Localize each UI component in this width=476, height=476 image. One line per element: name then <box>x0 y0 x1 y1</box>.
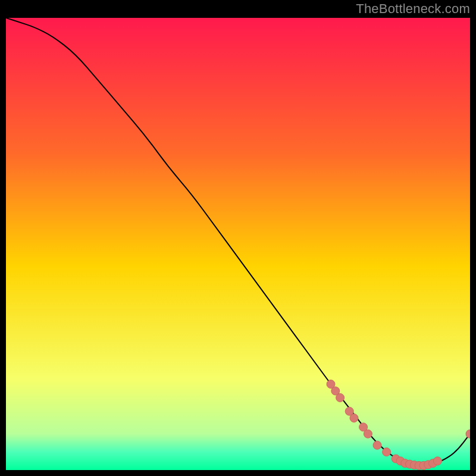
curve-marker <box>383 448 391 456</box>
bottleneck-chart <box>6 18 470 470</box>
curve-marker <box>373 441 381 449</box>
curve-marker <box>433 457 441 465</box>
curve-marker <box>350 414 358 422</box>
chart-background <box>6 18 470 470</box>
chart-svg <box>6 18 470 470</box>
curve-marker <box>336 393 345 402</box>
watermark-text: TheBottleneck.com <box>356 1 470 17</box>
curve-marker <box>364 430 372 438</box>
